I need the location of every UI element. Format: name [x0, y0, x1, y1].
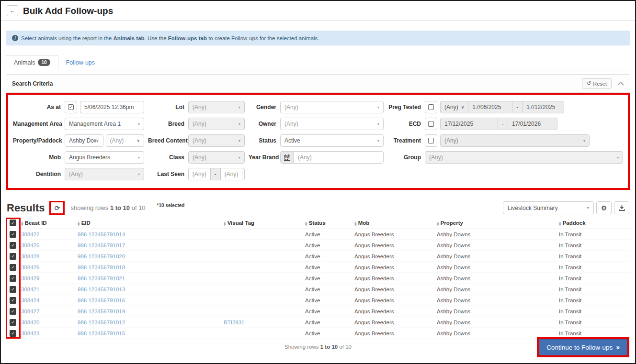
row-checkbox[interactable]: ✓ — [10, 275, 16, 282]
col-eid[interactable]: ▲▼EID — [76, 218, 222, 229]
col-beast-id[interactable]: ▲▼Beast ID — [19, 218, 76, 229]
eid-link[interactable]: 986 123456791020 — [78, 254, 125, 259]
row-checkbox[interactable]: ✓ — [10, 242, 16, 249]
breed-select[interactable]: (Any)▾ — [188, 118, 245, 130]
lot-select[interactable]: (Any)▾ — [188, 101, 245, 113]
eid-link[interactable]: 986 123456791019 — [78, 309, 125, 314]
breed-content-select[interactable]: (Any)▾ — [188, 134, 245, 147]
last-seen-unit-select[interactable]: days ago∨ — [242, 168, 245, 180]
continue-annotation: Continue to Follow-ups » — [537, 337, 629, 357]
refresh-annotation: ⟳ — [49, 201, 65, 215]
year-brand-input[interactable]: (Any) — [294, 152, 383, 163]
tab-animals[interactable]: Animals 10 — [6, 55, 58, 70]
last-seen-from-input[interactable]: (Any) — [189, 168, 211, 180]
settings-button[interactable]: ⚙ — [596, 201, 612, 214]
beast-id-link[interactable]: 308428 — [21, 254, 39, 259]
continue-to-follow-ups-button[interactable]: Continue to Follow-ups » — [539, 339, 627, 355]
row-checkbox[interactable]: ✓ — [10, 231, 16, 238]
as-at-label: As at — [13, 104, 61, 110]
select-all-checkbox[interactable]: ✓ — [10, 220, 16, 226]
col-property[interactable]: ▲▼Property — [435, 218, 557, 229]
col-status[interactable]: ▲▼Status — [303, 218, 352, 229]
calendar-icon[interactable] — [281, 152, 294, 163]
beast-id-link[interactable]: 308423 — [21, 331, 39, 336]
double-chevron-right-icon: » — [616, 343, 620, 351]
col-mob[interactable]: ▲▼Mob — [352, 218, 435, 229]
class-select[interactable]: (Any)▾ — [188, 151, 245, 164]
status-select[interactable]: Active▾ — [280, 134, 384, 147]
beast-id-link[interactable]: 308427 — [21, 309, 39, 314]
table-row: ✓ 308426 986 123456791018 Active Angus B… — [6, 262, 630, 273]
dentition-select[interactable]: (Any)▾ — [65, 168, 144, 180]
as-at-datetime-input[interactable] — [80, 101, 144, 113]
preg-tested-to-date[interactable]: 17/12/2025 — [522, 101, 564, 113]
back-button[interactable]: ← — [7, 5, 18, 16]
row-checkbox[interactable]: ✓ — [10, 253, 16, 260]
eid-link[interactable]: 986 123456791014 — [78, 232, 125, 237]
sort-icon: ▲▼ — [437, 221, 439, 226]
caret-down-icon: ▾ — [236, 105, 240, 110]
management-area-select[interactable]: Management Area 1▾ — [65, 118, 144, 130]
beast-id-link[interactable]: 308426 — [21, 265, 39, 270]
eid-link[interactable]: 986 123456791021 — [78, 276, 125, 281]
beast-id-link[interactable]: 308424 — [21, 298, 39, 303]
beast-id-link[interactable]: 308422 — [21, 232, 39, 237]
owner-select[interactable]: (Any)▾ — [280, 118, 384, 130]
table-row: ✓ 308421 986 123456791013 Active Angus B… — [6, 284, 630, 295]
tab-follow-ups[interactable]: Follow-ups — [58, 56, 102, 70]
gender-select[interactable]: (Any)▾ — [280, 101, 384, 113]
col-visual-tag[interactable]: ▲▼Visual Tag — [222, 218, 303, 229]
caret-down-icon: ▾ — [375, 122, 379, 126]
row-checkbox[interactable]: ✓ — [10, 319, 16, 326]
beast-id-link[interactable]: 308420 — [21, 320, 39, 325]
lot-label: Lot — [148, 104, 184, 110]
refresh-button[interactable]: ⟳ — [51, 203, 63, 213]
report-type-select[interactable]: Livestock Summary▾ — [503, 201, 594, 214]
row-checkbox[interactable]: ✓ — [10, 330, 16, 337]
search-criteria-header: Search Criteria ↺ Reset — [6, 75, 630, 93]
treatment-select[interactable]: (Any)▾ — [440, 134, 590, 147]
group-select[interactable]: (Any)▾ — [425, 151, 623, 164]
beast-id-link[interactable]: 308429 — [21, 276, 39, 281]
property-select[interactable]: Ashby Dow∨ — [65, 134, 103, 147]
ecd-to-date[interactable]: 17/01/2026 — [508, 118, 557, 130]
ecd-from-date[interactable]: 17/12/2025 — [441, 118, 498, 130]
owner-label: Owner — [249, 121, 276, 127]
table-row: ✓ 308424 986 123456791016 Active Angus B… — [6, 295, 630, 306]
row-checkbox[interactable]: ✓ — [10, 308, 16, 315]
paddock-select[interactable]: (Any)∨ — [106, 134, 145, 147]
eid-link[interactable]: 986 123456791018 — [78, 265, 125, 270]
beast-id-link[interactable]: 308421 — [21, 287, 39, 292]
sort-icon: ▲▼ — [78, 221, 80, 226]
reset-icon: ↺ — [587, 80, 591, 87]
mob-cell: Angus Breeders — [352, 317, 435, 328]
eid-link[interactable]: 986 123456791015 — [78, 331, 125, 336]
property-cell: Ashby Downs — [435, 262, 557, 273]
as-at-checkbox[interactable]: ✓ — [65, 101, 77, 113]
property-cell: Ashby Downs — [435, 284, 557, 295]
paddock-cell: In Transit — [557, 251, 630, 262]
date-range-dash: - — [512, 101, 522, 113]
treatment-checkbox[interactable] — [425, 134, 437, 147]
col-paddock[interactable]: ▲▼Paddock — [557, 218, 630, 229]
visual-tag-link[interactable]: BTI2831 — [224, 320, 244, 325]
mob-label: Mob — [13, 154, 61, 161]
beast-id-link[interactable]: 308425 — [21, 243, 39, 248]
preg-tested-from-date[interactable]: 17/06/2025 — [468, 101, 512, 113]
download-button[interactable] — [614, 201, 629, 214]
row-checkbox[interactable]: ✓ — [10, 264, 16, 271]
preg-tested-select[interactable]: (Any)∨ — [441, 101, 468, 113]
mob-select[interactable]: Angus Breeders▾ — [65, 151, 144, 164]
ecd-checkbox[interactable] — [425, 118, 437, 130]
row-checkbox[interactable]: ✓ — [10, 297, 16, 304]
last-seen-to-input[interactable]: (Any) — [221, 168, 243, 180]
row-checkbox[interactable]: ✓ — [10, 286, 16, 293]
status-cell: Active — [303, 284, 352, 295]
collapse-chevron-icon[interactable] — [617, 81, 624, 86]
eid-link[interactable]: 986 123456791012 — [78, 320, 125, 325]
reset-button[interactable]: ↺ Reset — [582, 78, 612, 88]
eid-link[interactable]: 986 123456791013 — [78, 287, 125, 292]
eid-link[interactable]: 986 123456791017 — [78, 243, 125, 248]
eid-link[interactable]: 986 123456791016 — [78, 298, 125, 303]
preg-tested-checkbox[interactable] — [425, 101, 437, 113]
